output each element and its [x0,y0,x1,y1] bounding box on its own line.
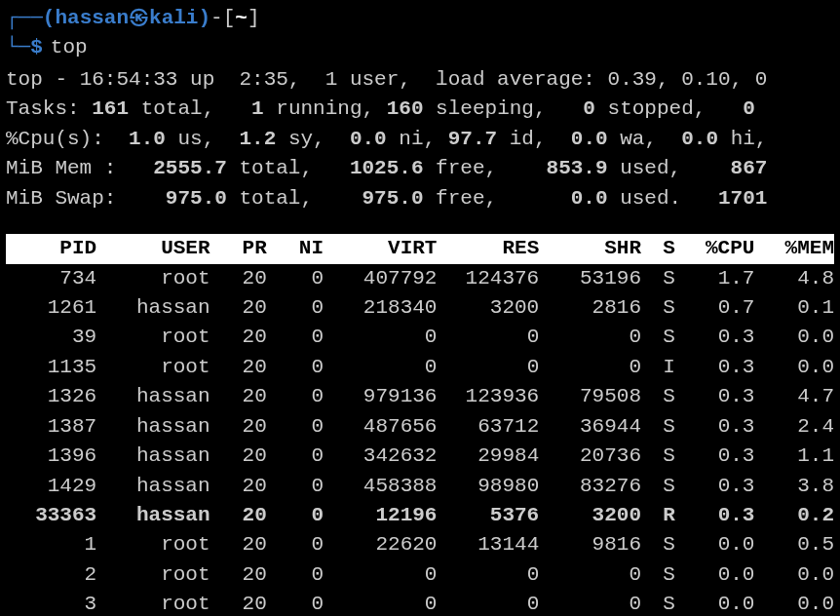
cell-cpu: 0.7 [675,293,755,323]
cell-shr: 9816 [539,530,641,559]
cell-cpu: 0.3 [675,353,755,382]
cell-mem: 0.0 [754,560,834,590]
cell-mem: 0.0 [754,353,834,382]
cell-mem: 0.0 [754,590,834,616]
cell-s: S [641,530,675,559]
table-row[interactable]: 1387hassan2004876566371236944S0.32.4 [6,412,834,442]
table-row[interactable]: 1root20022620131449816S0.00.5 [6,530,834,559]
paren-close: ) [198,4,210,33]
header-mem[interactable]: %MEM [754,234,834,263]
summary-line-cpu: %Cpu(s): 1.0 us, 1.2 sy, 0.0 ni, 97.7 id… [6,125,834,154]
cell-user: hassan [96,412,210,442]
top-output[interactable]: top - 16:54:33 up 2:35, 1 user, load ave… [6,65,834,616]
cell-res: 0 [437,353,539,382]
header-shr[interactable]: SHR [539,234,641,263]
cell-pid: 1 [6,530,96,559]
cell-virt: 487656 [324,412,437,442]
cell-mem: 0.1 [754,293,834,323]
cell-res: 5376 [437,501,539,530]
cell-mem: 2.4 [754,412,834,442]
cell-ni: 0 [267,264,324,293]
cell-virt: 979136 [324,382,437,411]
cell-cpu: 0.3 [675,501,755,530]
cell-user: root [96,264,210,293]
cell-s: S [641,323,675,352]
cell-virt: 12196 [324,501,437,530]
table-header-row[interactable]: PID USER PR NI VIRT RES SHR S %CPU %MEM [6,234,834,263]
cell-ni: 0 [267,353,324,382]
table-row[interactable]: 3root200000S0.00.0 [6,590,834,616]
cell-user: hassan [96,472,210,501]
cell-res: 0 [437,323,539,352]
cell-shr: 0 [539,560,641,590]
cell-pr: 20 [210,560,267,590]
cell-virt: 218340 [324,293,437,323]
cell-mem: 0.2 [754,501,834,530]
cell-user: hassan [96,382,210,411]
cell-mem: 3.8 [754,472,834,501]
cell-cpu: 0.3 [675,472,755,501]
summary-line-uptime: top - 16:54:33 up 2:35, 1 user, load ave… [6,65,834,95]
table-row[interactable]: 1429hassan2004583889898083276S0.33.8 [6,472,834,501]
cell-pid: 2 [6,560,96,590]
summary-line-tasks: Tasks: 161 total, 1 running, 160 sleepin… [6,95,834,124]
command-input[interactable]: top [51,33,88,62]
cell-virt: 0 [324,560,437,590]
cell-virt: 0 [324,590,437,616]
header-ni[interactable]: NI [267,234,324,263]
cell-res: 0 [437,590,539,616]
table-row[interactable]: 33363hassan2001219653763200R0.30.2 [6,501,834,530]
table-row[interactable]: 1326hassan20097913612393679508S0.34.7 [6,382,834,411]
prompt-user: hassan [55,4,129,33]
cell-s: S [641,472,675,501]
table-row[interactable]: 1261hassan20021834032002816S0.70.1 [6,293,834,323]
cell-pr: 20 [210,501,267,530]
cell-mem: 0.5 [754,530,834,559]
cell-virt: 407792 [324,264,437,293]
cell-ni: 0 [267,472,324,501]
cell-ni: 0 [267,323,324,352]
cell-pr: 20 [210,382,267,411]
cell-pr: 20 [210,412,267,442]
header-pr[interactable]: PR [210,234,267,263]
table-row[interactable]: 734root20040779212437653196S1.74.8 [6,264,834,293]
skull-icon: ㉿ [129,4,149,33]
cell-res: 124376 [437,264,539,293]
prompt-line-2[interactable]: └─$top [6,33,834,62]
cell-s: S [641,382,675,411]
cell-virt: 0 [324,353,437,382]
cell-shr: 53196 [539,264,641,293]
prompt-host: kali [149,4,198,33]
cell-mem: 4.7 [754,382,834,411]
process-table[interactable]: PID USER PR NI VIRT RES SHR S %CPU %MEM … [6,234,834,616]
cell-pid: 39 [6,323,96,352]
prompt-symbol: $ [30,33,43,62]
cell-shr: 20736 [539,442,641,471]
header-virt[interactable]: VIRT [324,234,437,263]
table-row[interactable]: 1396hassan2003426322998420736S0.31.1 [6,442,834,471]
header-cpu[interactable]: %CPU [675,234,755,263]
cell-mem: 1.1 [754,442,834,471]
cell-user: hassan [96,293,210,323]
cell-virt: 342632 [324,442,437,471]
cell-pr: 20 [210,442,267,471]
cell-pid: 1261 [6,293,96,323]
header-pid[interactable]: PID [6,234,96,263]
header-user[interactable]: USER [96,234,210,263]
header-s[interactable]: S [641,234,675,263]
header-res[interactable]: RES [437,234,539,263]
cell-s: S [641,442,675,471]
table-row[interactable]: 39root200000S0.30.0 [6,323,834,352]
cell-pr: 20 [210,293,267,323]
table-row[interactable]: 2root200000S0.00.0 [6,560,834,590]
cell-shr: 0 [539,590,641,616]
cell-shr: 36944 [539,412,641,442]
dash: - [210,4,223,33]
cell-user: root [96,353,210,382]
cell-cpu: 0.3 [675,382,755,411]
table-row[interactable]: 1135root200000I0.30.0 [6,353,834,382]
cell-cpu: 0.3 [675,323,755,352]
cell-ni: 0 [267,293,324,323]
cell-cpu: 0.0 [675,530,755,559]
bracket-close: ] [248,4,260,33]
